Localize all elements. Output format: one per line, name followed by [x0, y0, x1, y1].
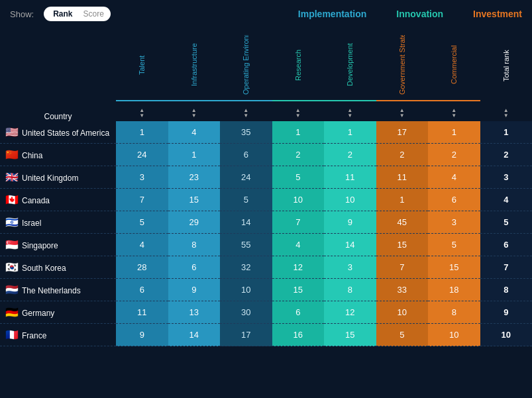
data-cell: 28 [116, 256, 168, 279]
data-cell: 6 [272, 301, 325, 324]
sort-gov-strategy[interactable]: ▲▼ [376, 101, 429, 121]
table-row: 🇰🇷South Korea286321237157 [0, 256, 532, 279]
data-cell: 2 [428, 144, 480, 166]
category-innovation[interactable]: Innovation [396, 9, 443, 19]
data-cell: 4 [116, 234, 168, 256]
country-cell: 🇸🇬Singapore [0, 234, 116, 256]
country-cell: 🇺🇸United States of America [0, 121, 116, 144]
data-cell: 1 [480, 121, 533, 144]
data-cell: 8 [428, 301, 480, 324]
data-cell: 9 [480, 301, 533, 324]
data-cell: 32 [220, 256, 272, 279]
data-cell: 15 [272, 279, 325, 301]
data-cell: 30 [220, 301, 272, 324]
data-cell: 11 [116, 301, 168, 324]
sort-operating-env[interactable]: ▲▼ [220, 101, 272, 121]
table-row: 🇳🇱The Netherlands691015833188 [0, 279, 532, 301]
data-cell: 7 [376, 256, 429, 279]
data-cell: 4 [480, 189, 533, 211]
data-cell: 1 [428, 121, 480, 144]
toggle-score[interactable]: Score [80, 9, 106, 19]
data-cell: 45 [376, 211, 429, 234]
data-cell: 23 [168, 166, 221, 189]
sort-commercial[interactable]: ▲▼ [428, 101, 480, 121]
sort-development[interactable]: ▲▼ [324, 101, 376, 121]
data-cell: 12 [324, 301, 376, 324]
table-wrapper: Country Talent Infrastructure Operating … [0, 28, 532, 346]
data-cell: 17 [220, 324, 272, 346]
data-cell: 3 [324, 256, 376, 279]
col-total-rank-header: Total rank [480, 28, 533, 101]
data-cell: 1 [376, 189, 429, 211]
sort-infrastructure[interactable]: ▲▼ [168, 101, 221, 121]
data-cell: 5 [116, 211, 168, 234]
table-row: 🇫🇷France91417161551010 [0, 324, 532, 346]
data-cell: 2 [480, 144, 533, 166]
sort-research[interactable]: ▲▼ [272, 101, 325, 121]
data-cell: 10 [428, 324, 480, 346]
category-implementation[interactable]: Implementation [298, 9, 366, 19]
country-cell: 🇬🇧United Kingdom [0, 166, 116, 189]
country-cell: 🇨🇦Canada [0, 189, 116, 211]
col-commercial-header: Commercial [428, 28, 480, 101]
col-talent-header: Talent [116, 28, 168, 101]
data-cell: 7 [116, 189, 168, 211]
data-cell: 7 [480, 256, 533, 279]
col-infrastructure-header: Infrastructure [168, 28, 221, 101]
data-cell: 15 [168, 189, 221, 211]
data-cell: 11 [376, 166, 429, 189]
table-row: 🇨🇳China241622222 [0, 144, 532, 166]
data-cell: 14 [168, 324, 221, 346]
data-cell: 10 [220, 279, 272, 301]
data-cell: 33 [376, 279, 429, 301]
data-cell: 14 [324, 234, 376, 256]
table-row: 🇸🇬Singapore48554141556 [0, 234, 532, 256]
table-row: 🇬🇧United Kingdom323245111143 [0, 166, 532, 189]
data-cell: 8 [480, 279, 533, 301]
data-cell: 10 [324, 189, 376, 211]
country-cell: 🇮🇱Israel [0, 211, 116, 234]
data-cell: 55 [220, 234, 272, 256]
country-header: Country [0, 28, 116, 121]
sort-talent[interactable]: ▲▼ [116, 101, 168, 121]
country-cell: 🇫🇷France [0, 324, 116, 346]
data-cell: 5 [272, 166, 325, 189]
col-operating-env-header: Operating Environment [220, 28, 272, 101]
country-cell: 🇰🇷South Korea [0, 256, 116, 279]
data-cell: 14 [220, 211, 272, 234]
data-cell: 1 [324, 121, 376, 144]
toggle-rank[interactable]: Rank [48, 9, 78, 19]
toggle-container[interactable]: Rank Score [44, 7, 111, 21]
data-cell: 10 [272, 189, 325, 211]
col-research-header: Research [272, 28, 325, 101]
top-bar: Show: Rank Score Implementation Innovati… [0, 0, 532, 28]
table-row: 🇨🇦Canada71551010164 [0, 189, 532, 211]
data-cell: 11 [324, 166, 376, 189]
col-development-header: Development [324, 28, 376, 101]
data-cell: 10 [480, 324, 533, 346]
data-cell: 5 [376, 324, 429, 346]
sort-total-rank[interactable]: ▲▼ [480, 101, 533, 121]
table-row: 🇮🇱Israel52914794535 [0, 211, 532, 234]
data-cell: 5 [480, 211, 533, 234]
data-cell: 8 [168, 234, 221, 256]
data-cell: 1 [116, 121, 168, 144]
data-cell: 24 [116, 144, 168, 166]
data-cell: 9 [168, 279, 221, 301]
data-cell: 7 [272, 211, 325, 234]
show-label: Show: [10, 9, 34, 19]
data-cell: 17 [376, 121, 429, 144]
data-cell: 3 [116, 166, 168, 189]
data-cell: 6 [168, 256, 221, 279]
data-cell: 16 [272, 324, 325, 346]
category-investment[interactable]: Investment [473, 9, 522, 19]
data-cell: 5 [428, 234, 480, 256]
data-cell: 4 [428, 166, 480, 189]
data-cell: 12 [272, 256, 325, 279]
country-cell: 🇳🇱The Netherlands [0, 279, 116, 301]
data-cell: 5 [220, 189, 272, 211]
data-cell: 8 [324, 279, 376, 301]
data-cell: 2 [376, 144, 429, 166]
data-cell: 24 [220, 166, 272, 189]
data-cell: 3 [480, 166, 533, 189]
